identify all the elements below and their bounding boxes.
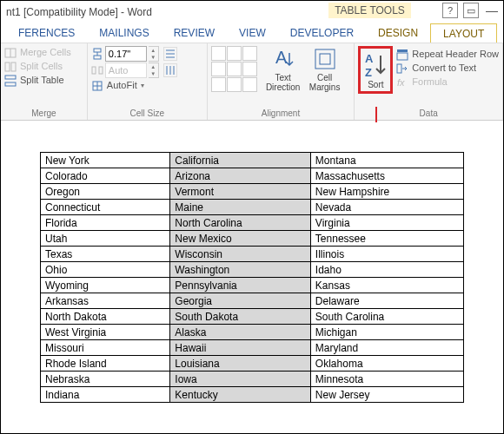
table-cell[interactable]: Alaska [170, 325, 311, 340]
svg-rect-3 [11, 62, 16, 71]
table-row[interactable]: ColoradoArizonaMassachusetts [41, 168, 464, 184]
table-cell[interactable]: Idaho [310, 262, 463, 278]
table-cell[interactable]: Washington [170, 262, 311, 278]
table-cell[interactable]: Virginia [310, 215, 463, 231]
tab-mailings[interactable]: MAILINGS [87, 23, 161, 43]
row-height-spinner[interactable]: ▲▼ [149, 46, 159, 62]
table-cell[interactable]: New Hampshire [310, 184, 463, 200]
table-cell[interactable]: Wyoming [41, 278, 170, 293]
tab-design[interactable]: DESIGN [366, 23, 430, 43]
text-direction-button[interactable]: A Text Direction [264, 46, 302, 92]
table-cell[interactable]: Arkansas [41, 293, 170, 309]
table-cell[interactable]: Texas [41, 247, 170, 262]
table-cell[interactable]: Connecticut [41, 200, 170, 215]
table-cell[interactable]: New Jersey [310, 387, 463, 403]
table-row[interactable]: ArkansasGeorgiaDelaware [41, 293, 464, 309]
table-cell[interactable]: South Carolina [310, 309, 463, 325]
tab-review[interactable]: REVIEW [162, 23, 227, 43]
table-cell[interactable]: Wisconsin [170, 247, 311, 262]
table-cell[interactable]: Georgia [170, 293, 311, 309]
states-table[interactable]: New YorkCaliforniaMontanaColoradoArizona… [40, 152, 464, 403]
tab-layout[interactable]: LAYOUT [430, 23, 497, 43]
tab-references[interactable]: FERENCES [6, 23, 87, 43]
table-row[interactable]: Rhode IslandLouisianaOklahoma [41, 356, 464, 372]
svg-rect-12 [92, 67, 96, 74]
table-cell[interactable]: Indiana [41, 387, 170, 403]
table-row[interactable]: MissouriHawaiiMaryland [41, 340, 464, 356]
table-cell[interactable]: New Mexico [170, 231, 311, 247]
table-row[interactable]: OregonVermontNew Hampshire [41, 184, 464, 200]
table-cell[interactable]: West Virginia [41, 325, 170, 340]
align-tc[interactable] [227, 46, 242, 61]
table-cell[interactable]: Iowa [170, 372, 311, 387]
table-cell[interactable]: Oklahoma [310, 356, 463, 372]
distribute-rows-icon[interactable] [163, 47, 177, 61]
table-cell[interactable]: Michigan [310, 325, 463, 340]
table-cell[interactable]: Tennessee [310, 231, 463, 247]
convert-text-button[interactable]: Convert to Text [396, 62, 499, 75]
row-height-input[interactable]: 0.17" [105, 46, 147, 62]
table-row[interactable]: OhioWashingtonIdaho [41, 262, 464, 278]
table-row[interactable]: West VirginiaAlaskaMichigan [41, 325, 464, 340]
tab-developer[interactable]: DEVELOPER [278, 23, 366, 43]
align-ml[interactable] [211, 62, 226, 76]
table-cell[interactable]: Arizona [170, 168, 311, 184]
table-row[interactable]: TexasWisconsinIllinois [41, 247, 464, 262]
group-merge-label: Merge [4, 107, 83, 120]
table-cell[interactable]: Illinois [310, 247, 463, 262]
table-cell[interactable]: Oregon [41, 184, 170, 200]
minimize-button[interactable]: — [484, 3, 500, 18]
autofit-button[interactable]: AutoFit ▾ [91, 79, 203, 92]
table-cell[interactable]: North Dakota [41, 309, 170, 325]
split-table-button[interactable]: Split Table [4, 74, 83, 87]
table-cell[interactable]: Hawaii [170, 340, 311, 356]
window-title: nt1 [Compatibility Mode] - Word [6, 6, 152, 18]
alignment-grid [211, 46, 257, 92]
cell-margins-button[interactable]: Cell Margins [308, 46, 342, 92]
table-row[interactable]: New YorkCaliforniaMontana [41, 153, 464, 168]
table-cell[interactable]: Pennsylvania [170, 278, 311, 293]
help-button[interactable]: ? [442, 3, 458, 18]
table-cell[interactable]: South Dakota [170, 309, 311, 325]
table-cell[interactable]: Montana [310, 153, 463, 168]
table-cell[interactable]: Kentucky [170, 387, 311, 403]
align-bc[interactable] [227, 77, 242, 92]
table-cell[interactable]: Florida [41, 215, 170, 231]
table-cell[interactable]: Utah [41, 231, 170, 247]
table-cell[interactable]: Massachusetts [310, 168, 463, 184]
table-cell[interactable]: Louisiana [170, 356, 311, 372]
table-row[interactable]: ConnecticutMaineNevada [41, 200, 464, 215]
table-cell[interactable]: California [170, 153, 311, 168]
align-mr[interactable] [242, 62, 257, 76]
table-cell[interactable]: Maryland [310, 340, 463, 356]
align-tr[interactable] [242, 46, 257, 61]
align-bl[interactable] [211, 77, 226, 92]
table-cell[interactable]: Kansas [310, 278, 463, 293]
ribbon-options-button[interactable]: ▭ [463, 3, 479, 18]
table-cell[interactable]: Nevada [310, 200, 463, 215]
table-cell[interactable]: Rhode Island [41, 356, 170, 372]
sort-button[interactable]: AZ Sort [358, 46, 393, 94]
table-row[interactable]: FloridaNorth CarolinaVirginia [41, 215, 464, 231]
table-cell[interactable]: Maine [170, 200, 311, 215]
table-cell[interactable]: North Carolina [170, 215, 311, 231]
table-cell[interactable]: Delaware [310, 293, 463, 309]
table-cell[interactable]: Minnesota [310, 372, 463, 387]
align-tl[interactable] [211, 46, 226, 61]
table-cell[interactable]: Ohio [41, 262, 170, 278]
align-mc[interactable] [227, 62, 242, 76]
table-cell[interactable]: New York [41, 153, 170, 168]
table-row[interactable]: NebraskaIowaMinnesota [41, 372, 464, 387]
table-cell[interactable]: Missouri [41, 340, 170, 356]
align-br[interactable] [242, 77, 257, 92]
table-row[interactable]: UtahNew MexicoTennessee [41, 231, 464, 247]
tab-view[interactable]: VIEW [227, 23, 278, 43]
table-row[interactable]: North DakotaSouth DakotaSouth Carolina [41, 309, 464, 325]
repeat-header-button[interactable]: Repeat Header Row [396, 48, 499, 61]
table-row[interactable]: IndianaKentuckyNew Jersey [41, 387, 464, 403]
table-cell[interactable]: Nebraska [41, 372, 170, 387]
distribute-cols-icon[interactable] [163, 63, 177, 77]
table-cell[interactable]: Vermont [170, 184, 311, 200]
table-row[interactable]: WyomingPennsylvaniaKansas [41, 278, 464, 293]
table-cell[interactable]: Colorado [41, 168, 170, 184]
